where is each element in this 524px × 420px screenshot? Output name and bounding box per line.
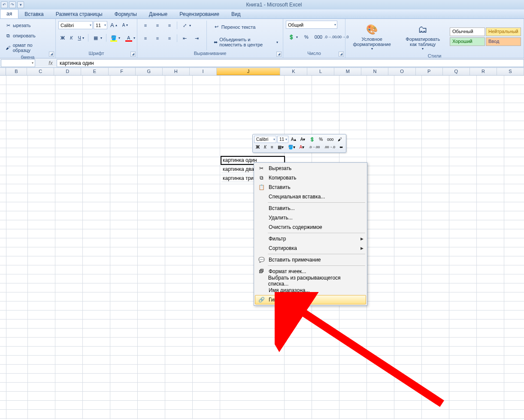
borders-button[interactable]: ▦▾ [90, 33, 104, 43]
italic-button[interactable]: К [68, 34, 75, 42]
formula-input[interactable]: картинка один [57, 59, 524, 67]
increase-decimal-button[interactable]: .0→.00 [325, 32, 336, 42]
mini-format-painter[interactable]: 🖌 [336, 136, 344, 143]
align-top-button[interactable]: ≡ [140, 21, 151, 30]
ctx-delete[interactable]: Удалить... [255, 213, 366, 222]
cell-style-input[interactable]: Ввод [486, 37, 521, 46]
name-box[interactable] [1, 59, 35, 67]
conditional-formatting-button[interactable]: 🎨 Условное форматирование ▾ [348, 21, 396, 53]
mini-comma[interactable]: 000 [325, 136, 335, 143]
ctx-hyperlink[interactable]: 🔗Гиперссылка... [255, 295, 366, 304]
clipboard-launcher[interactable]: ◢ [49, 52, 54, 57]
format-as-table-button[interactable]: 🗂 Форматировать как таблицу ▾ [398, 21, 447, 53]
wrap-text-button[interactable]: ↩Перенос текста [211, 22, 280, 32]
mini-shrink-font[interactable]: A▾ [299, 136, 307, 143]
mini-bold[interactable]: Ж [254, 144, 261, 150]
col-header-S[interactable]: S [497, 68, 524, 75]
tab-review[interactable]: Рецензирование [173, 10, 225, 18]
col-header-K[interactable]: K [280, 68, 307, 75]
tab-data[interactable]: Данные [143, 10, 173, 18]
font-size-combo[interactable]: 11 [94, 21, 107, 29]
col-header-I[interactable]: I [190, 68, 217, 75]
col-header-C[interactable]: C [27, 68, 54, 75]
decrease-indent-button[interactable]: ⇤ [179, 33, 190, 43]
mini-currency[interactable]: 💲 [308, 136, 316, 143]
tab-insert[interactable]: Вставка [18, 10, 50, 18]
cell-style-good[interactable]: Хороший [450, 37, 485, 46]
mini-inc-decimal[interactable]: .0→.00 [307, 144, 321, 150]
shrink-font-button[interactable]: A▾ [120, 21, 130, 29]
underline-button[interactable]: Ч▾ [76, 34, 86, 42]
ctx-copy[interactable]: ⧉Копировать [255, 173, 366, 183]
cell-style-normal[interactable]: Обычный [450, 27, 485, 36]
col-header-O[interactable]: O [388, 68, 415, 75]
mini-percent[interactable]: % [317, 136, 324, 143]
col-header-G[interactable]: G [136, 68, 163, 75]
mini-grow-font[interactable]: A▴ [289, 136, 298, 143]
col-header-D[interactable]: D [54, 68, 81, 75]
select-all-corner[interactable] [0, 68, 6, 75]
font-color-button[interactable]: A▾ [123, 33, 137, 43]
ctx-clear[interactable]: Очистить содержимое [255, 222, 366, 232]
comma-button[interactable]: 000 [313, 32, 324, 42]
percent-button[interactable]: % [301, 32, 312, 42]
col-header-H[interactable]: H [163, 68, 190, 75]
ctx-sort[interactable]: Сортировка▶ [255, 243, 366, 253]
grow-font-button[interactable]: A▴ [108, 21, 119, 30]
mini-size-combo[interactable]: 11 [277, 136, 288, 143]
fill-color-button[interactable]: 🪣▾ [108, 33, 122, 43]
col-header-R[interactable]: R [470, 68, 497, 75]
currency-button[interactable]: 💲▾ [286, 32, 300, 42]
mini-font-color[interactable]: A▾ [298, 144, 306, 150]
merge-center-button[interactable]: ⬌Объединить и поместить в центре▾ [211, 36, 280, 49]
ctx-name-range[interactable]: Имя диапазона... [255, 286, 366, 295]
cell-style-neutral[interactable]: Нейтральный [486, 27, 521, 36]
orientation-button[interactable]: ⤢▾ [179, 21, 193, 30]
qat-customize[interactable]: ▾ [17, 1, 24, 8]
mini-dec-decimal[interactable]: .00→.0 [322, 144, 337, 150]
align-left-button[interactable]: ≡ [140, 33, 151, 43]
col-header-P[interactable]: P [416, 68, 443, 75]
mini-align-center[interactable]: ≡ [269, 144, 275, 150]
mini-merge[interactable]: ⬌ [338, 144, 345, 150]
format-painter-button[interactable]: 🖌ормат по образцу [3, 41, 53, 54]
ctx-insert-comment[interactable]: 💬Вставить примечание [255, 255, 366, 265]
undo-button[interactable]: ↶ [1, 1, 8, 8]
col-header-Q[interactable]: Q [443, 68, 470, 75]
ctx-paste[interactable]: 📋Вставить [255, 183, 366, 192]
col-header-N[interactable]: N [361, 68, 388, 75]
cut-button[interactable]: ✂ырезать [3, 21, 53, 30]
redo-button[interactable]: ↷ [9, 1, 16, 8]
col-header-M[interactable]: M [334, 68, 361, 75]
ctx-insert[interactable]: Вставить... [255, 204, 366, 213]
mini-italic[interactable]: К [262, 144, 268, 150]
mini-font-combo[interactable]: Calibri [254, 136, 276, 143]
tab-formulas[interactable]: Формулы [109, 10, 143, 18]
font-launcher[interactable]: ◢ [130, 52, 136, 57]
ctx-cut[interactable]: ✂Вырезать [255, 164, 366, 173]
col-header-B[interactable]: B [6, 68, 27, 75]
col-header-F[interactable]: F [109, 68, 136, 75]
align-center-button[interactable]: ≡ [152, 33, 163, 43]
font-name-combo[interactable]: Calibri [58, 21, 93, 29]
number-format-combo[interactable]: Общий [286, 21, 337, 29]
mini-fill-color[interactable]: 🪣▾ [286, 144, 297, 150]
copy-button[interactable]: ⧉опировать [3, 31, 53, 40]
tab-view[interactable]: Вид [225, 10, 247, 18]
align-right-button[interactable]: ≡ [164, 33, 175, 43]
tab-page-layout[interactable]: Разметка страницы [50, 10, 109, 18]
ctx-paste-special[interactable]: Специальная вставка... [255, 192, 366, 201]
col-header-L[interactable]: L [307, 68, 334, 75]
alignment-launcher[interactable]: ◢ [276, 52, 282, 57]
bold-button[interactable]: Ж [58, 34, 67, 42]
ctx-filter[interactable]: Фильтр▶ [255, 234, 366, 243]
mini-borders[interactable]: ▦▾ [276, 144, 285, 150]
increase-indent-button[interactable]: ⇥ [191, 33, 202, 43]
align-bottom-button[interactable]: ≡ [164, 21, 175, 30]
col-header-E[interactable]: E [81, 68, 108, 75]
align-middle-button[interactable]: ≡ [152, 21, 163, 30]
number-launcher[interactable]: ◢ [339, 52, 344, 57]
fx-button[interactable]: fx [46, 60, 55, 66]
ctx-pick-from-list[interactable]: Выбрать из раскрывающегося списка... [255, 276, 366, 286]
tab-home[interactable]: ая [0, 9, 18, 18]
